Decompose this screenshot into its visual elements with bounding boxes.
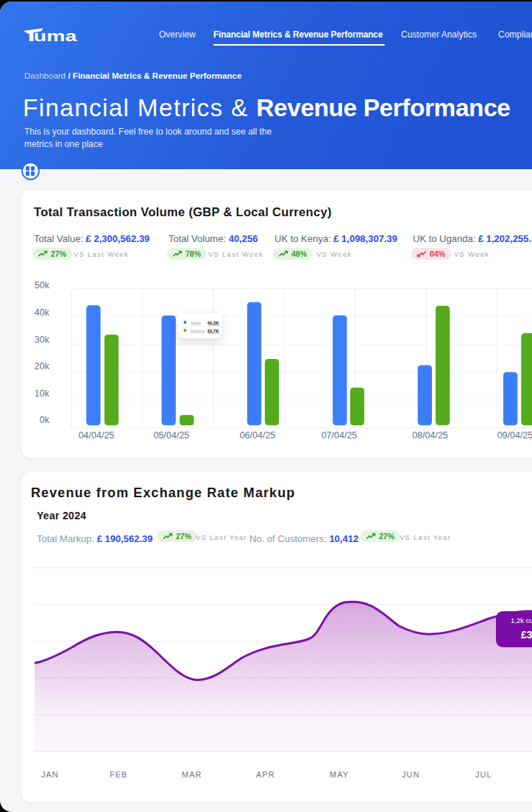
svg-text:05/04/25: 05/04/25 <box>154 430 190 441</box>
svg-text:uma: uma <box>34 28 77 44</box>
svg-text:30k: 30k <box>35 335 50 345</box>
svg-text:Volume: Volume <box>191 329 206 333</box>
svg-text:04/04/25: 04/04/25 <box>79 430 115 441</box>
svg-text:33.7K: 33.7K <box>207 329 219 333</box>
svg-text:Value: Value <box>191 321 202 325</box>
svg-text:50k: 50k <box>35 280 50 291</box>
svg-text:20k: 20k <box>35 361 50 371</box>
svg-text:40.3K: 40.3K <box>207 321 219 325</box>
svg-text:0k: 0k <box>40 415 50 425</box>
svg-text:10k: 10k <box>35 388 50 399</box>
svg-text:40k: 40k <box>35 307 50 318</box>
svg-text:08/04/25: 08/04/25 <box>412 430 448 441</box>
svg-text:09/04/25: 09/04/25 <box>497 430 532 441</box>
svg-text:06/04/25: 06/04/25 <box>240 430 276 441</box>
svg-text:07/04/25: 07/04/25 <box>322 430 358 441</box>
